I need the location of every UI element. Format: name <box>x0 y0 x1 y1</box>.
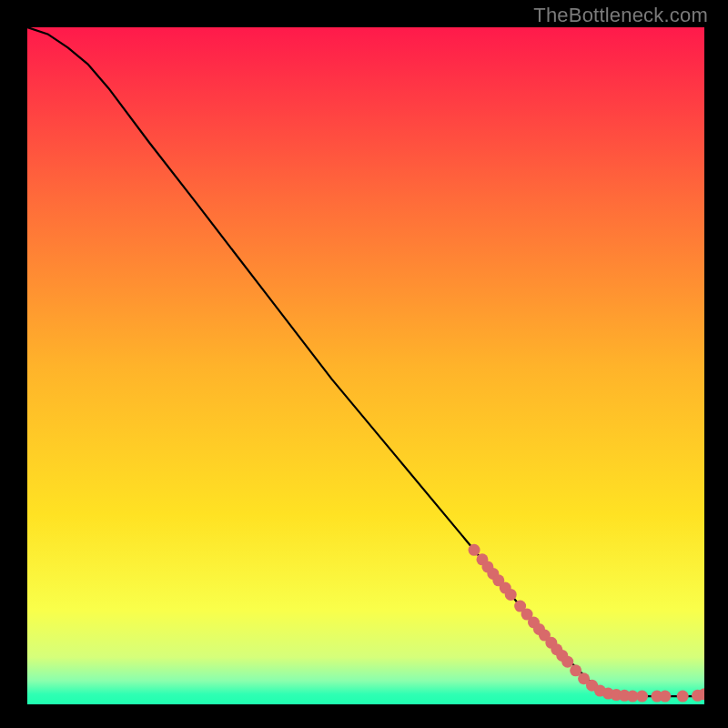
data-point <box>636 691 648 703</box>
data-point <box>659 691 671 703</box>
data-point <box>561 656 573 668</box>
data-point <box>677 691 689 703</box>
data-point <box>469 544 480 556</box>
chart-frame: TheBottleneck.com <box>0 0 728 728</box>
watermark-text: TheBottleneck.com <box>533 4 708 27</box>
plot-area <box>27 27 704 704</box>
gradient-background <box>27 27 704 704</box>
data-point <box>505 589 517 601</box>
chart-svg <box>27 27 704 704</box>
